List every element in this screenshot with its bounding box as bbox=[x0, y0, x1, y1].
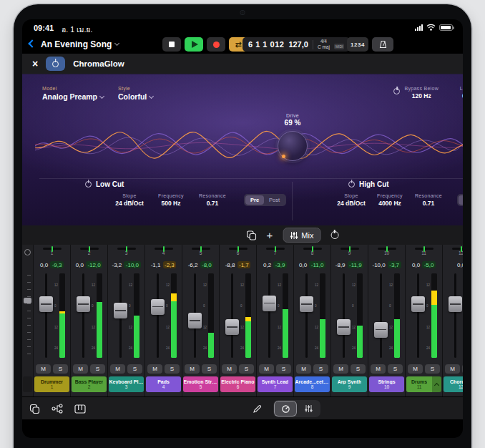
track-label[interactable]: Bass Player2 bbox=[72, 376, 107, 392]
strip-sets-icon[interactable] bbox=[29, 404, 40, 414]
low-cut-power-icon[interactable] bbox=[85, 181, 92, 188]
close-plugin-button[interactable]: × bbox=[32, 59, 38, 69]
count-in-button[interactable]: 1234 bbox=[347, 37, 368, 52]
plugin-power-button[interactable] bbox=[46, 57, 65, 71]
track-label[interactable]: Keyboard Player3 bbox=[109, 376, 144, 392]
solo-button[interactable]: S bbox=[239, 364, 254, 374]
output-fader-handle[interactable] bbox=[24, 298, 31, 303]
fader-handle[interactable] bbox=[39, 296, 53, 312]
fader-handle[interactable] bbox=[449, 296, 462, 312]
track-label[interactable]: Synth Lead7 bbox=[258, 376, 293, 392]
pan-control[interactable]: 6 bbox=[220, 245, 256, 259]
copy-icon[interactable] bbox=[247, 230, 257, 240]
mix-view-button[interactable]: Mix bbox=[283, 228, 320, 243]
pre-post-toggle[interactable]: PrePost bbox=[457, 194, 463, 206]
pan-control[interactable]: 12 bbox=[443, 245, 463, 259]
track-label[interactable]: Drummer1 bbox=[34, 376, 69, 392]
slope-param[interactable]: Slope24 dB/Oct bbox=[114, 193, 145, 207]
slope-param[interactable]: Slope24 dB/Oct bbox=[335, 193, 367, 207]
pan-control[interactable]: 4 bbox=[145, 245, 182, 259]
play-button[interactable] bbox=[185, 37, 203, 52]
lcd-display[interactable]: 6 1 1 012 127,0 4/4C maj MIDI bbox=[242, 37, 350, 52]
pan-control[interactable]: 8 bbox=[294, 245, 330, 259]
mute-button[interactable]: M bbox=[296, 364, 311, 374]
resonance-param[interactable]: Resonance0.71 bbox=[413, 193, 444, 207]
mute-button[interactable]: M bbox=[110, 364, 125, 374]
fader-handle[interactable] bbox=[337, 319, 351, 335]
faders-view-button[interactable] bbox=[298, 401, 319, 416]
resonance-param[interactable]: Resonance0.71 bbox=[197, 193, 228, 207]
frequency-param[interactable]: Frequency4000 Hz bbox=[374, 193, 406, 207]
expand-track-button[interactable] bbox=[432, 376, 441, 392]
controls-view-button[interactable] bbox=[275, 401, 296, 416]
pan-control[interactable]: 5 bbox=[182, 245, 219, 259]
metronome-button[interactable] bbox=[372, 37, 393, 52]
fader-handle[interactable] bbox=[188, 313, 202, 328]
pan-control[interactable]: 11 bbox=[406, 245, 442, 259]
mixer-power-button[interactable] bbox=[330, 231, 338, 239]
high-cut-power-icon[interactable] bbox=[348, 181, 355, 188]
mute-button[interactable]: M bbox=[73, 364, 88, 374]
track-label[interactable]: Strings10 bbox=[369, 376, 404, 392]
pan-control[interactable]: 2 bbox=[71, 245, 107, 259]
fader-handle[interactable] bbox=[225, 319, 239, 335]
pan-control[interactable]: 3 bbox=[108, 245, 144, 259]
back-button[interactable] bbox=[29, 41, 36, 48]
mute-button[interactable]: M bbox=[147, 364, 162, 374]
fader-handle[interactable] bbox=[300, 296, 313, 312]
keyboard-icon[interactable] bbox=[74, 404, 86, 414]
frequency-param[interactable]: Frequency500 Hz bbox=[155, 193, 187, 207]
model-selector[interactable]: Model Analog Preamp bbox=[42, 86, 104, 101]
bypass-below-control[interactable]: Bypass Below 120 Hz bbox=[393, 86, 439, 99]
track-label[interactable]: Chorus V12 bbox=[444, 376, 463, 392]
style-label: Style bbox=[118, 86, 153, 91]
record-button[interactable] bbox=[207, 37, 225, 52]
level-control[interactable]: Level 0.0 bbox=[460, 86, 463, 99]
signal-flow-icon[interactable] bbox=[52, 404, 63, 414]
pan-control[interactable]: 7 bbox=[257, 245, 293, 259]
fader-handle[interactable] bbox=[411, 296, 425, 312]
pan-control[interactable]: 10 bbox=[368, 245, 405, 259]
mute-button[interactable]: M bbox=[445, 364, 460, 374]
pencil-icon[interactable] bbox=[253, 404, 262, 414]
pan-control[interactable]: 9 bbox=[331, 245, 368, 259]
solo-button[interactable]: S bbox=[202, 364, 217, 374]
track-label[interactable]: Arp Synth9 bbox=[332, 376, 367, 392]
mute-button[interactable]: M bbox=[36, 364, 51, 374]
mute-button[interactable]: M bbox=[185, 364, 200, 374]
pre-post-toggle[interactable]: PrePost bbox=[244, 194, 286, 206]
track-label[interactable]: Drums11 bbox=[406, 376, 441, 392]
add-track-button[interactable]: + bbox=[267, 230, 273, 240]
output-knob[interactable] bbox=[24, 249, 31, 255]
mute-button[interactable]: M bbox=[371, 364, 386, 374]
track-label[interactable]: Pads4 bbox=[146, 376, 181, 392]
fader-handle[interactable] bbox=[151, 299, 165, 315]
fader-handle[interactable] bbox=[114, 303, 127, 318]
stop-button[interactable] bbox=[162, 37, 181, 52]
track-label[interactable]: Electric Piano6 bbox=[220, 376, 255, 392]
mute-button[interactable]: M bbox=[333, 364, 348, 374]
song-title-menu[interactable]: An Evening Song bbox=[41, 39, 119, 49]
track-label[interactable]: Arcade...eet Pad8 bbox=[295, 376, 330, 392]
fader-handle[interactable] bbox=[77, 296, 90, 312]
solo-button[interactable]: S bbox=[90, 364, 105, 374]
fader-handle[interactable] bbox=[374, 322, 388, 338]
solo-button[interactable]: S bbox=[351, 364, 366, 374]
solo-button[interactable]: S bbox=[53, 364, 68, 374]
style-selector[interactable]: Style Colorful bbox=[118, 86, 153, 101]
drive-control[interactable]: Drive 69 % bbox=[274, 113, 311, 161]
track-label[interactable]: Emotion Strings5 bbox=[183, 376, 218, 392]
mute-button[interactable]: M bbox=[259, 364, 274, 374]
solo-button[interactable]: S bbox=[276, 364, 291, 374]
fader-handle[interactable] bbox=[263, 296, 276, 311]
solo-button[interactable]: S bbox=[165, 364, 180, 374]
mute-button[interactable]: M bbox=[408, 364, 423, 374]
pan-control[interactable]: 1 bbox=[34, 245, 70, 259]
solo-button[interactable]: S bbox=[313, 364, 328, 374]
mute-button[interactable]: M bbox=[222, 364, 237, 374]
solo-button[interactable]: S bbox=[462, 364, 463, 374]
solo-button[interactable]: S bbox=[425, 364, 440, 374]
drive-knob[interactable] bbox=[278, 131, 308, 161]
solo-button[interactable]: S bbox=[388, 364, 403, 374]
solo-button[interactable]: S bbox=[127, 364, 142, 374]
